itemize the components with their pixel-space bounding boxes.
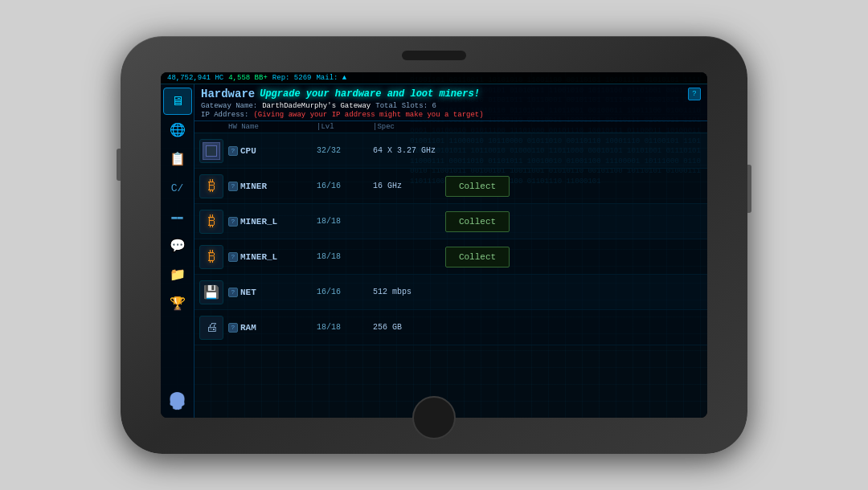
chat-icon: 💬	[170, 238, 186, 254]
skull-icon: 💀	[167, 391, 187, 411]
trophy-icon: 🏆	[170, 296, 186, 312]
sidebar-item-trophy[interactable]: 🏆	[163, 290, 192, 317]
sidebar-item-terminal[interactable]: C/	[163, 174, 192, 202]
cpu-name-cell: ? CPU	[228, 146, 317, 156]
net-thumbnail: 💾	[199, 280, 223, 304]
bitcoin-icon-3: ₿	[208, 248, 215, 265]
net-icon-container: 💾	[203, 284, 219, 300]
total-slots: Total Slots: 6	[375, 102, 436, 110]
cpu-thumbnail	[199, 139, 223, 163]
globe-icon: 🌐	[170, 122, 186, 138]
net-help-button[interactable]: ?	[228, 288, 238, 297]
cpu-help-button[interactable]: ?	[228, 146, 238, 156]
bb-balance: 4,558 BB+	[228, 74, 268, 82]
sidebar-item-chat[interactable]: 💬	[163, 232, 192, 259]
ram-name: RAM	[240, 323, 256, 333]
sidebar-item-network[interactable]: 🌐	[163, 116, 192, 144]
bitcoin-icon: ₿	[208, 178, 215, 194]
phone-frame: 01001101 00110011 10101010 11001100 0011…	[121, 36, 747, 454]
col-thumb	[199, 123, 228, 131]
table-row: ? CPU 32/32 64 X 3.27 GHz	[194, 133, 707, 169]
help-button[interactable]: ?	[688, 88, 701, 100]
cpu-spec: 64 X 3.27 GHz	[373, 146, 445, 155]
ram-level: 18/18	[317, 323, 373, 332]
minerl1-name: MINER_L	[240, 217, 277, 227]
table-row: ₿ ? MINER_L 18/18 Collect	[194, 204, 707, 239]
minerl2-collect-button[interactable]: Collect	[445, 247, 510, 267]
table-row: 💾 ? NET 16/16 512 mbps	[194, 275, 707, 310]
minerl2-level: 18/18	[317, 252, 373, 261]
mail-status: Mail: ▲	[316, 74, 346, 82]
col-action	[445, 123, 702, 131]
minerl2-name: MINER_L	[240, 252, 277, 262]
sidebar-item-notes[interactable]: 📋	[163, 145, 192, 173]
table-row: ₿ ? MINER 16/16 16 GHz Collect	[194, 169, 707, 204]
folder-icon: 📁	[170, 267, 186, 283]
volume-button[interactable]	[117, 149, 121, 181]
column-headers: HW Name |Lvl |Spec	[194, 121, 707, 133]
minerl1-collect-button[interactable]: Collect	[445, 211, 510, 232]
notes-icon: 📋	[170, 151, 186, 167]
ip-warning: (Giving away your IP address might make …	[253, 111, 483, 119]
col-spec: |Spec	[373, 123, 445, 131]
page-title: Hardware	[201, 88, 255, 100]
table-row: ₿ ? MINER_L 18/18 Collect	[194, 239, 707, 275]
gateway-name: DarthDadeMurphy's Gateway	[262, 102, 371, 110]
gateway-row: Gateway Name: DarthDadeMurphy's Gateway …	[201, 102, 701, 110]
content-header: Hardware Upgrade your hardware and loot …	[194, 84, 707, 121]
sidebar: 🖥 🌐 📋 C/ ▬▬ 💬	[161, 84, 194, 418]
miner1-help-button[interactable]: ?	[228, 182, 238, 191]
header-title-row: Hardware Upgrade your hardware and loot …	[201, 88, 701, 100]
power-button[interactable]	[747, 165, 751, 213]
ip-row: IP Address: (Giving away your IP address…	[201, 111, 701, 119]
ram-spec: 256 GB	[373, 323, 445, 332]
main-area: 🖥 🌐 📋 C/ ▬▬ 💬	[161, 84, 707, 418]
net-level: 16/16	[317, 288, 373, 296]
monitor-icon: 🖥	[171, 94, 184, 109]
page-subtitle: Upgrade your hardware and loot miners!	[260, 88, 480, 100]
miner1-collect-button[interactable]: Collect	[445, 176, 510, 197]
minerl1-thumbnail: ₿	[199, 210, 223, 234]
cpu-level: 32/32	[317, 146, 373, 155]
status-bar: 48,752,941 HC 4,558 BB+ Rep: 5269 Mail: …	[161, 72, 707, 84]
col-hw-name: HW Name	[228, 123, 317, 131]
screen: 01001101 00110011 10101010 11001100 0011…	[161, 72, 707, 418]
net-name-cell: ? NET	[228, 288, 317, 297]
minerl2-name-cell: ? MINER_L	[228, 252, 317, 262]
network-disk-icon: 💾	[203, 284, 219, 300]
minerl2-help-button[interactable]: ?	[228, 252, 238, 262]
minerl1-help-button[interactable]: ?	[228, 217, 238, 227]
miner1-name: MINER	[240, 182, 267, 191]
gateway-label: Gateway Name:	[201, 102, 257, 110]
sidebar-item-server[interactable]: ▬▬	[163, 203, 192, 231]
net-spec: 512 mbps	[373, 288, 445, 296]
minerl1-level: 18/18	[317, 217, 373, 226]
screen-bezel: 01001101 00110011 10101010 11001100 0011…	[161, 72, 707, 418]
cpu-name: CPU	[240, 146, 256, 156]
table-row: 🖨 ? RAM 18/18 256 GB	[194, 310, 707, 345]
ram-name-cell: ? RAM	[228, 323, 317, 333]
rep-value: Rep: 5269	[272, 74, 312, 82]
ram-chip-icon: 🖨	[206, 321, 218, 335]
cpu-chip-icon	[203, 142, 220, 160]
minerl2-thumbnail: ₿	[199, 245, 223, 269]
bitcoin-icon-2: ₿	[208, 213, 215, 230]
miner1-thumbnail: ₿	[199, 174, 223, 198]
col-level: |Lvl	[317, 123, 373, 131]
sidebar-item-skull[interactable]: 💀	[163, 387, 192, 414]
ip-label: IP Address:	[201, 111, 248, 119]
sidebar-item-folder[interactable]: 📁	[163, 261, 192, 288]
server-icon: ▬▬	[171, 211, 182, 223]
miner1-name-cell: ? MINER	[228, 182, 317, 191]
hardware-list: ? CPU 32/32 64 X 3.27 GHz ₿	[194, 133, 707, 418]
net-name: NET	[240, 288, 256, 297]
miner1-spec: 16 GHz	[373, 182, 445, 190]
sidebar-item-monitor[interactable]: 🖥	[163, 88, 192, 115]
content-panel: Hardware Upgrade your hardware and loot …	[194, 84, 707, 418]
hc-balance: 48,752,941 HC	[167, 74, 223, 82]
ram-help-button[interactable]: ?	[228, 323, 238, 333]
ram-icon-container: 🖨	[204, 319, 219, 337]
terminal-icon: C/	[171, 182, 184, 194]
ram-thumbnail: 🖨	[199, 316, 223, 340]
miner1-level: 16/16	[317, 182, 373, 190]
